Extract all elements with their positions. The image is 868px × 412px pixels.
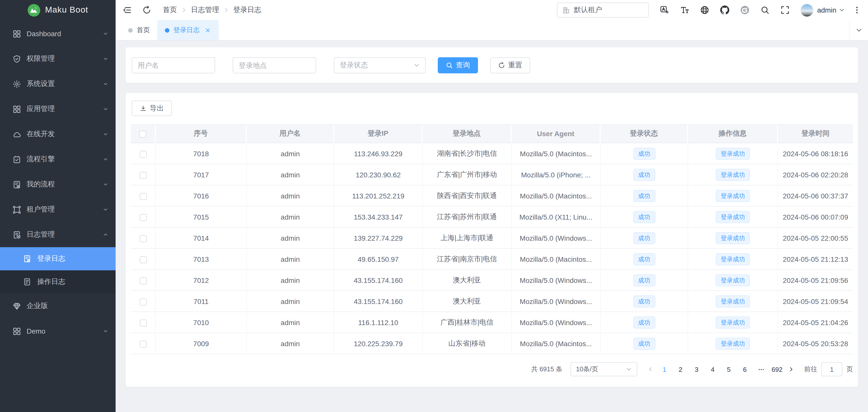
row-username: admin (247, 143, 334, 164)
row-login-time: 2024-05-06 00:07:09 (778, 207, 853, 228)
tenant-value: 默认租户 (574, 5, 602, 14)
reset-button[interactable]: 重置 (490, 57, 530, 73)
refresh-icon[interactable] (142, 5, 151, 14)
goto-page-input[interactable] (821, 362, 842, 376)
page-content: 登录状态 查询 重置 (116, 41, 868, 412)
row-select-cell (131, 207, 156, 228)
column-header: User Agent (512, 124, 600, 143)
sidebar-item-enterprise[interactable]: 企业版 (0, 293, 116, 319)
github-icon[interactable] (720, 5, 729, 14)
status-badge: 成功 (633, 168, 655, 181)
row-checkbox[interactable] (140, 319, 147, 326)
row-user-agent: Mozilla/5.0 (X11; Linu... (512, 207, 600, 228)
row-status: 成功 (600, 185, 688, 207)
globe-icon[interactable] (700, 5, 709, 14)
row-checkbox[interactable] (140, 193, 147, 200)
row-location: 澳大利亚 (423, 291, 512, 312)
grid-icon (12, 29, 21, 38)
gear-icon (12, 80, 21, 88)
pager-more[interactable] (754, 362, 768, 376)
cloud-icon (12, 130, 21, 138)
sidebar-item-operate-log[interactable]: 操作日志 (0, 270, 116, 293)
sidebar-item-online-dev[interactable]: 在线开发 (0, 122, 116, 147)
row-user-agent: Mozilla/5.0 (Macintos... (512, 333, 600, 354)
tabs-dropdown-button[interactable] (849, 20, 868, 40)
sidebar-item-my-flow[interactable]: 我的流程 (0, 172, 116, 197)
row-no: 7018 (156, 143, 247, 164)
log-table-card: 导出 序号用户名登录IP登录地点User Agent登录状态操作信息登录时间 7… (126, 93, 858, 387)
chevron-down-icon (102, 181, 108, 187)
location-filter-input[interactable] (233, 57, 316, 73)
sidebar-item-application[interactable]: 应用管理 (0, 96, 116, 122)
username-filter-input[interactable] (132, 57, 215, 73)
pager-page-2[interactable]: 2 (674, 362, 687, 376)
row-checkbox[interactable] (140, 298, 147, 305)
status-select-placeholder: 登录状态 (340, 61, 368, 70)
row-checkbox[interactable] (140, 214, 147, 221)
column-header: 操作信息 (688, 124, 778, 143)
row-checkbox[interactable] (140, 235, 147, 242)
close-icon[interactable] (205, 27, 211, 33)
column-header: 登录状态 (600, 124, 688, 143)
pager-page-692[interactable]: 692 (771, 362, 783, 376)
next-page-button[interactable] (785, 362, 797, 376)
status-badge: 成功 (633, 338, 655, 349)
tenant-select[interactable]: 默认租户 (557, 2, 649, 18)
screen: Maku Boot Dashboard权限管理系统设置应用管理在线开发流程引擎我… (0, 0, 868, 412)
row-checkbox[interactable] (140, 171, 147, 179)
row-no: 7017 (156, 164, 247, 185)
export-button[interactable]: 导出 (132, 100, 172, 116)
sidebar-item-permission[interactable]: 权限管理 (0, 46, 116, 71)
sidebar-item-system[interactable]: 系统设置 (0, 71, 116, 96)
row-user-agent: Mozilla/5.0 (Windows... (512, 291, 600, 312)
select-all-checkbox[interactable] (139, 131, 146, 138)
row-checkbox[interactable] (140, 151, 147, 158)
pager-page-5[interactable]: 5 (722, 362, 735, 376)
sidebar-item-workflow[interactable]: 流程引擎 (0, 147, 116, 172)
collapse-sidebar-icon[interactable] (123, 5, 132, 14)
breadcrumb-item[interactable]: 首页 (163, 5, 177, 14)
tab-首页[interactable]: 首页 (121, 20, 157, 40)
user-menu[interactable]: admin (801, 4, 845, 16)
select-all-header (131, 124, 156, 143)
row-username: admin (247, 249, 334, 270)
prev-page-button[interactable] (644, 362, 656, 376)
chevron-down-icon (839, 7, 845, 13)
tab-登录日志[interactable]: 登录日志 (157, 20, 219, 40)
font-size-icon[interactable] (680, 5, 689, 14)
operation-badge: 登录成功 (716, 190, 750, 202)
log-icon (12, 230, 21, 239)
pager-page-1[interactable]: 1 (658, 362, 671, 376)
sidebar-item-demo[interactable]: Demo (0, 319, 116, 344)
pager-page-4[interactable]: 4 (706, 362, 719, 376)
fullscreen-icon[interactable] (780, 5, 789, 14)
row-login-ip: 120.230.90.62 (334, 164, 423, 185)
refresh-icon (498, 62, 505, 69)
column-header: 用户名 (247, 124, 334, 143)
row-checkbox[interactable] (140, 256, 147, 263)
kebab-menu-icon[interactable] (853, 6, 861, 14)
sidebar-item-log[interactable]: 日志管理 (0, 222, 116, 247)
row-checkbox[interactable] (140, 277, 147, 284)
row-select-cell (131, 312, 156, 333)
search-icon[interactable] (761, 5, 770, 14)
status-filter-select[interactable]: 登录状态 (334, 57, 426, 73)
sidebar-item-login-log[interactable]: 登录日志 (0, 247, 116, 270)
breadcrumb-item[interactable]: 日志管理 (191, 5, 219, 14)
pager-page-3[interactable]: 3 (690, 362, 703, 376)
row-login-time: 2024-05-05 22:00:55 (778, 228, 853, 249)
row-checkbox[interactable] (140, 340, 147, 347)
page-unit-label: 页 (846, 365, 853, 374)
search-button[interactable]: 查询 (438, 57, 478, 73)
enterprise-icon (12, 302, 21, 310)
row-operation: 登录成功 (688, 249, 778, 270)
breadcrumb-item[interactable]: 登录日志 (233, 5, 261, 14)
gitee-icon[interactable] (740, 5, 749, 14)
main-area: 首页日志管理登录日志 默认租户 admin (116, 0, 868, 412)
sidebar-item-tenant[interactable]: 租户管理 (0, 197, 116, 222)
row-status: 成功 (600, 143, 688, 164)
pager-page-6[interactable]: 6 (738, 362, 751, 376)
sidebar-item-dashboard[interactable]: Dashboard (0, 21, 116, 46)
language-icon[interactable] (660, 5, 669, 14)
page-size-select[interactable]: 10条/页 (570, 362, 637, 376)
